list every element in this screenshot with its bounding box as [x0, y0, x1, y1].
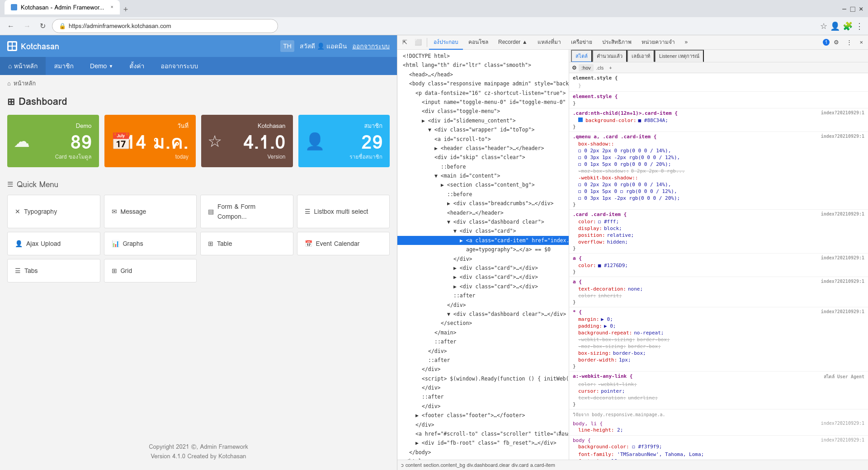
dom-line[interactable]: <header>…</header> — [397, 208, 569, 217]
dom-line[interactable]: ▶ <div id="fb-root" class=" fb_reset">…<… — [397, 438, 569, 447]
dom-line[interactable]: ::before — [397, 190, 569, 199]
language-selector[interactable]: TH — [280, 40, 294, 52]
menu-item-ajax-upload[interactable]: 👤 Ajax Upload — [7, 232, 100, 255]
dom-line[interactable]: </div> — [397, 254, 569, 263]
dt-tab-console[interactable]: คอนโซล — [464, 35, 493, 50]
devtools-close-button[interactable]: × — [856, 38, 866, 47]
logout-button[interactable]: ออกจากระบบ — [352, 41, 390, 51]
menu-item-table[interactable]: ⊞ Table — [200, 232, 293, 255]
minimize-button[interactable]: − — [842, 2, 847, 15]
dom-line[interactable]: <a id="scroll-to"> — [397, 135, 569, 144]
dom-line[interactable]: </div> — [397, 383, 569, 392]
tab-close-button[interactable]: × — [110, 3, 113, 11]
dom-line[interactable]: age=typography">…</a> == $0 — [397, 245, 569, 254]
dom-line[interactable]: <body class="responsive mainpage admin" … — [397, 79, 569, 88]
profile-icon[interactable]: 👤 — [830, 19, 840, 33]
dom-line[interactable]: <input name="toggle-menu-0" id="toggle-m… — [397, 98, 569, 107]
dom-line[interactable]: </main> — [397, 328, 569, 337]
panel-tab-computed[interactable]: คำนวณแล้ว — [592, 50, 627, 62]
dom-line[interactable]: <a href="#scroll-to" class="scroller" ti… — [397, 429, 569, 438]
menu-item-tabs[interactable]: ☰ Tabs — [7, 259, 100, 282]
dom-line[interactable]: ▼ <div class="wrapper" id="toTop"> — [397, 125, 569, 134]
dom-line[interactable]: <html lang="th" dir="ltr" class="smooth"… — [397, 61, 569, 70]
dom-line[interactable]: ▶ <div class="breadcrumbs">…</div> — [397, 199, 569, 208]
devtools-settings-button[interactable]: ⚙ — [830, 38, 842, 47]
dt-tab-sources[interactable]: แหล่งที่มา — [533, 35, 566, 50]
dom-line[interactable]: <p data-fontsize="16" cz-shortcut-listen… — [397, 89, 569, 98]
nav-item-demo[interactable]: Demo ▼ — [82, 57, 121, 75]
dom-line[interactable]: ▼ <main id="content"> — [397, 171, 569, 180]
extension-icon[interactable]: 🧩 — [843, 19, 853, 33]
devtools-more-button[interactable]: ⋮ — [843, 38, 855, 47]
dom-line[interactable]: ▶ <div class="card">…</div> — [397, 263, 569, 273]
refresh-button[interactable]: ↻ — [37, 21, 48, 31]
dt-tab-performance[interactable]: ประสิทธิภาพ — [598, 35, 636, 50]
dom-line[interactable]: <!DOCTYPE html> — [397, 52, 569, 61]
nav-item-members[interactable]: สมาชิก — [46, 57, 82, 75]
dom-line[interactable]: <head>…</head> — [397, 70, 569, 79]
dom-line[interactable]: ::before — [397, 162, 569, 171]
menu-icon[interactable]: ⋮ — [855, 19, 863, 33]
menu-item-listbox[interactable]: ☰ Listbox multi select — [297, 195, 390, 228]
dom-line[interactable]: </div> — [397, 402, 569, 411]
filter-tab-add[interactable]: + — [606, 64, 614, 71]
dom-line[interactable]: ▶ <div id="slidemenu_content"> — [397, 116, 569, 125]
dom-line[interactable]: <div class="toggle-menu"> — [397, 107, 569, 116]
bookmark-icon[interactable]: ☆ — [820, 19, 827, 33]
dom-line[interactable]: <div id="skip" class="clear"> — [397, 153, 569, 162]
dom-line[interactable]: ▼ <div class="card"> — [397, 226, 569, 235]
nav-item-home[interactable]: ⌂ หน้าหลัก — [0, 57, 46, 75]
menu-item-message[interactable]: ✉ Message — [104, 195, 197, 228]
dom-line[interactable]: </div> — [397, 347, 569, 356]
dom-line[interactable]: ::after — [397, 337, 569, 346]
forward-button[interactable]: → — [21, 21, 33, 31]
footer-line1: Copyright 2021 ©, Admin Framework — [9, 442, 388, 451]
nav-item-settings[interactable]: ตั้งค่า — [121, 57, 152, 75]
new-tab-button[interactable]: + — [120, 5, 132, 14]
dom-line[interactable]: ▼ <div class="dashboard clear">…</div> — [397, 310, 569, 319]
dom-line[interactable]: ▶ <section class="content_bg"> — [397, 180, 569, 189]
devtools-device-button[interactable]: ⬜ — [411, 38, 425, 47]
address-bar[interactable]: 🔒 https://adminframework.kotchasan.com — [52, 19, 278, 33]
stat-icon-version: ☆ — [208, 128, 222, 154]
filter-icon: ⚙ — [572, 63, 577, 72]
dom-line[interactable]: </div> — [397, 301, 569, 310]
greeting-text: สวัสดี 👤 แอดมิน — [300, 41, 347, 51]
menu-item-form[interactable]: ▤ Form & Form Compon... — [200, 195, 293, 228]
dt-tab-more[interactable]: » — [680, 35, 693, 50]
panel-tab-layout[interactable]: เลย์เอาท์ — [627, 50, 655, 62]
dom-line[interactable]: </div> — [397, 420, 569, 429]
dt-tab-network[interactable]: เครือข่าย — [566, 35, 597, 50]
dom-line[interactable]: ▶ <header class="header">…</header> — [397, 144, 569, 153]
menu-item-event-calendar[interactable]: 📅 Event Calendar — [297, 232, 390, 255]
dom-line[interactable]: ▶ <div class="card">…</div> — [397, 273, 569, 282]
filter-tab-cls[interactable]: .cls — [594, 64, 607, 71]
dt-tab-recorder[interactable]: Recorder ▲ — [494, 35, 532, 50]
dom-line[interactable]: </div> — [397, 365, 569, 374]
dom-line[interactable]: ▶ <a class="card-item" href="index.php?m… — [397, 236, 569, 245]
dom-line[interactable]: ::after — [397, 356, 569, 365]
menu-item-typography[interactable]: ✕ Typography — [7, 195, 100, 228]
active-tab[interactable]: Kotchasan - Admin Framewor... × — [5, 0, 120, 14]
dom-line[interactable]: </body> — [397, 448, 569, 457]
dom-line[interactable]: <script> $(window).Ready(function () { i… — [397, 374, 569, 383]
panel-tab-styles[interactable]: สไตล์ — [571, 50, 592, 62]
menu-item-grid[interactable]: ⊞ Grid — [104, 259, 197, 282]
close-button[interactable]: × — [859, 2, 863, 15]
dom-line[interactable]: </section> — [397, 319, 569, 328]
dt-tab-memory[interactable]: หน่วยความจำ — [637, 35, 679, 50]
menu-item-label-message: Message — [121, 207, 146, 216]
back-button[interactable]: ← — [5, 21, 17, 31]
panel-tab-listener[interactable]: Listener เหตุการณ์ — [655, 50, 704, 62]
dom-line[interactable]: ▶ <footer class="footer">…</footer> — [397, 411, 569, 420]
maximize-button[interactable]: □ — [850, 2, 855, 15]
dom-line[interactable]: ::after — [397, 392, 569, 401]
dom-line[interactable]: ▼ <div class="dashboard clear"> — [397, 217, 569, 226]
devtools-inspect-button[interactable]: ⇱ — [399, 38, 410, 47]
dom-line[interactable]: ::after — [397, 291, 569, 300]
nav-item-logout[interactable]: ออกจากระบบ — [152, 57, 206, 75]
menu-item-graphs[interactable]: 📊 Graphs — [104, 232, 197, 255]
filter-tab-hov[interactable]: :hov — [579, 64, 594, 71]
dt-tab-elements[interactable]: อง์ประกอบ — [429, 35, 463, 50]
dom-line[interactable]: ▶ <div class="card">…</div> — [397, 282, 569, 291]
